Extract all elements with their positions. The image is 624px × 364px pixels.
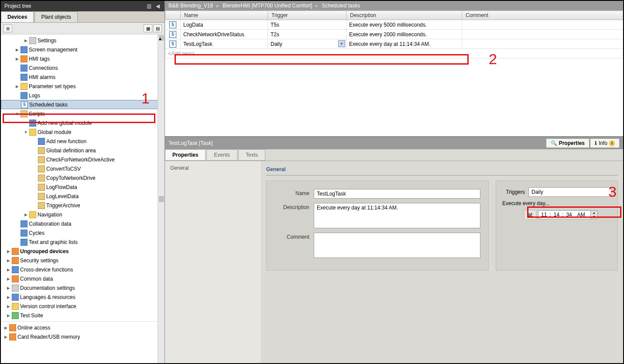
col-description[interactable]: Description <box>346 11 462 20</box>
tree-item[interactable]: ▶Security settings <box>1 256 165 265</box>
tree-item[interactable]: ConvertToCSV <box>1 164 165 173</box>
input-comment[interactable] <box>314 233 480 258</box>
add-new-row[interactable]: <Add new> <box>165 49 623 58</box>
tree-item[interactable]: LogLevelData <box>1 192 165 201</box>
tab-plant-objects[interactable]: Plant objects <box>34 11 78 22</box>
time-spin-up-icon[interactable]: ▲ <box>591 211 597 215</box>
tree-item[interactable]: Add new global module <box>1 118 165 127</box>
toolbar-btn-2[interactable]: ▤ <box>153 24 162 32</box>
expander-icon[interactable]: ▶ <box>6 313 10 318</box>
cell-trigger[interactable]: T2s <box>268 30 346 39</box>
tree-item[interactable]: ▶Parameter set types <box>1 82 165 91</box>
tree-item[interactable]: ▶Screen management <box>1 45 165 54</box>
tree-item[interactable]: TriggerArchive <box>1 201 165 210</box>
tree-item[interactable]: Cycles <box>1 228 165 237</box>
toolbar-btn-1[interactable]: ▦ <box>144 24 152 32</box>
tab-devices[interactable]: Devices <box>1 11 34 22</box>
col-comment[interactable]: Comment <box>462 11 623 20</box>
tree-item[interactable]: ▶HMI tags <box>1 54 165 63</box>
expander-icon[interactable]: ▶ <box>6 249 10 254</box>
tree-item[interactable]: Global definition area <box>1 146 165 155</box>
expander-icon[interactable]: ▶ <box>6 304 10 309</box>
tree-item[interactable]: ▶Version control interface <box>1 302 165 311</box>
col-name[interactable]: Name <box>181 11 268 20</box>
crumb-2[interactable]: BlenderHMI [MTP700 Unified Comfort] <box>223 3 312 9</box>
expander-icon[interactable]: ▶ <box>15 57 19 61</box>
table-row[interactable]: 5TestLogTaskDaily▼Execute every day at 1… <box>165 39 623 49</box>
tree-item[interactable]: ▶Ungrouped devices <box>1 247 165 256</box>
table-row[interactable]: 5CheckNetworkDriveStatusT2sExecute every… <box>165 30 623 39</box>
cell-name[interactable]: LogData <box>181 20 268 30</box>
cell-description[interactable]: Execute every 5000 milliseconds. <box>346 20 462 30</box>
col-trigger[interactable]: Trigger <box>268 11 346 20</box>
expander-icon[interactable]: ▶ <box>6 286 10 290</box>
tree-item[interactable]: ▼Scripts <box>1 109 165 118</box>
input-name[interactable] <box>314 189 480 199</box>
expander-icon[interactable]: ▶ <box>15 84 19 89</box>
expander-icon[interactable]: ▼ <box>15 112 19 116</box>
sidebar-general[interactable]: General <box>168 164 258 172</box>
tree-item[interactable]: ▶Card Reader/USB memory <box>1 332 165 341</box>
tree-item[interactable]: CopyToNetworkDrive <box>1 173 165 182</box>
prop-htab-info[interactable]: ℹ Info i <box>590 138 620 148</box>
expander-icon[interactable]: ▶ <box>24 38 28 43</box>
cell-comment[interactable] <box>462 39 623 49</box>
time-ampm[interactable]: AM <box>575 211 590 219</box>
expander-icon[interactable]: ▶ <box>6 295 10 299</box>
tree-item[interactable]: ▶Documentation settings <box>1 283 165 292</box>
tree-item[interactable]: Logs <box>1 91 165 100</box>
cell-comment[interactable] <box>462 20 623 30</box>
tree-item[interactable]: ▶Settings <box>1 36 165 45</box>
crumb-1[interactable]: B&B Blending_V18 <box>168 3 213 9</box>
tree-item[interactable]: ▶Test Suite <box>1 311 165 320</box>
tree-item[interactable]: 5Scheduled tasks <box>1 100 165 109</box>
tree-item[interactable]: ▶Common data <box>1 274 165 283</box>
panel-pin-icon[interactable]: ▥ <box>145 3 152 10</box>
tree-label: Ungrouped devices <box>20 248 69 254</box>
subtab-properties[interactable]: Properties <box>165 149 206 161</box>
tree-label: Parameter set types <box>29 83 75 89</box>
time-spin-down-icon[interactable]: ▼ <box>591 215 597 219</box>
tree-item[interactable]: ▶Cross-device functions <box>1 265 165 274</box>
panel-collapse-icon[interactable]: ◀ <box>154 3 161 10</box>
tree-item[interactable]: ▶Online access <box>1 323 165 332</box>
tree-item[interactable]: HMI alarms <box>1 72 165 82</box>
cell-description[interactable]: Execute every 2000 milliseconds. <box>346 30 462 39</box>
subtab-events[interactable]: Events <box>206 149 237 161</box>
subtab-texts[interactable]: Texts <box>238 149 265 161</box>
cell-name[interactable]: TestLogTask <box>181 39 268 49</box>
input-description[interactable] <box>314 203 480 228</box>
expander-icon[interactable]: ▶ <box>15 48 19 52</box>
prop-htab-properties[interactable]: 🔍 Properties <box>546 138 590 148</box>
expander-icon[interactable]: ▶ <box>6 268 10 272</box>
tree-item[interactable]: ▶Languages & resources <box>1 292 165 302</box>
expander-icon[interactable]: ▶ <box>3 326 8 330</box>
cell-name[interactable]: CheckNetworkDriveStatus <box>181 30 268 39</box>
cell-comment[interactable] <box>462 30 623 39</box>
tree-item[interactable]: Add new function <box>1 137 165 146</box>
cell-trigger[interactable]: T5s <box>268 20 346 30</box>
expander-icon[interactable]: ▶ <box>6 277 10 281</box>
time-sec[interactable]: 34 <box>563 211 574 219</box>
expander-icon[interactable]: ▼ <box>24 130 28 134</box>
cell-trigger[interactable]: Daily▼ <box>268 39 346 49</box>
tree-item[interactable]: CheckForNetworkDriveActive <box>1 155 165 164</box>
tree-item[interactable]: ▼Global module <box>1 127 165 137</box>
table-row[interactable]: 5LogDataT5sExecute every 5000 millisecon… <box>165 20 623 30</box>
time-min[interactable]: 14 <box>551 211 562 219</box>
tree-item[interactable]: ▶Navigation <box>1 210 165 219</box>
tree-item[interactable]: Text and graphic lists <box>1 237 165 247</box>
tree-item[interactable]: LogFlowData <box>1 182 165 192</box>
expander-icon[interactable]: ▶ <box>3 335 8 339</box>
time-spinner[interactable]: 11: 14: 34 AM ▲ ▼ <box>538 210 598 219</box>
toolbar-btn-left[interactable]: ⊞ <box>3 24 12 32</box>
input-trigger[interactable] <box>528 187 611 197</box>
tree-item[interactable]: Connections <box>1 63 165 72</box>
time-hour[interactable]: 11 <box>538 211 549 219</box>
expander-icon[interactable]: ▶ <box>24 213 28 217</box>
expander-icon[interactable]: ▶ <box>6 258 10 263</box>
tree-item[interactable]: Collaboration data <box>1 219 165 228</box>
tree-scrollbar[interactable]: ▴ <box>158 34 165 363</box>
cell-description[interactable]: Execute every day at 11:14:34 AM. <box>346 39 462 49</box>
dropdown-icon[interactable]: ▼ <box>338 40 345 47</box>
